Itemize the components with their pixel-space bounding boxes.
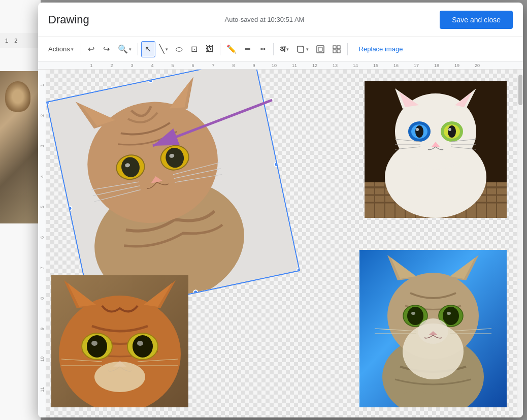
svg-point-33: [416, 128, 419, 131]
v-ruler-mark: 9: [38, 313, 46, 344]
v-ruler-mark: 1: [38, 70, 46, 100]
doc-tab-bar: 1 2: [0, 33, 41, 48]
white-cat-image[interactable]: [365, 81, 507, 218]
ruler-mark: 17: [406, 63, 426, 68]
toolbar-divider-3: [220, 43, 220, 55]
image-tool-icon: 🖼: [206, 45, 214, 53]
shape-tool-icon: ⬭: [176, 45, 183, 53]
svg-point-100: [411, 312, 415, 315]
v-ruler-mark: 11: [38, 374, 46, 405]
pen-tool-button[interactable]: ✏️: [223, 41, 240, 57]
undo-icon: [88, 45, 94, 53]
toolbar-divider-2: [138, 43, 138, 55]
drawing-canvas[interactable]: [46, 70, 517, 417]
ruler-mark: 8: [223, 63, 244, 68]
svg-point-103: [443, 307, 459, 325]
replace-image-button[interactable]: Replace image: [355, 41, 407, 57]
svg-point-99: [407, 307, 423, 325]
zoom-button[interactable]: 🔍: [115, 41, 135, 57]
svg-rect-0: [317, 46, 324, 53]
select-tool-button[interactable]: ↖: [141, 41, 155, 57]
svg-rect-2: [333, 46, 336, 49]
ruler-mark: 10: [264, 63, 284, 68]
line-style-icon: ━: [245, 45, 250, 53]
ruler-mark: 12: [305, 63, 325, 68]
v-ruler-mark: 10: [38, 344, 46, 374]
redo-icon: [103, 45, 110, 53]
ruler-mark: 18: [426, 63, 447, 68]
svg-point-36: [448, 125, 456, 138]
toolbar-divider-4: [273, 43, 274, 55]
svg-point-86: [94, 362, 145, 392]
zoom-icon: 🔍: [118, 45, 128, 53]
ruler-mark: 4: [142, 63, 162, 68]
ruler-mark: 2: [102, 63, 122, 68]
frame-button[interactable]: [313, 41, 328, 57]
dash-style-button[interactable]: ┅: [256, 41, 270, 57]
v-ruler-mark: 12: [38, 405, 46, 417]
crop-button[interactable]: [293, 41, 312, 57]
ruler-mark: 6: [183, 63, 203, 68]
insert-button[interactable]: [329, 41, 344, 57]
word-art-button[interactable]: अ: [277, 41, 292, 57]
image-tool-button[interactable]: 🖼: [203, 41, 217, 57]
crop-icon: [296, 45, 305, 54]
shape-tool-button[interactable]: ⬭: [172, 41, 186, 57]
svg-rect-3: [337, 46, 340, 49]
autosave-status: Auto-saved at 10:30:51 AM: [225, 16, 305, 23]
v-ruler-mark: 6: [38, 222, 46, 252]
line-tool-icon: ╲: [159, 45, 164, 53]
toolbar: Actions 🔍 ↖ ╲ ⬭ ⊡: [38, 37, 523, 61]
pen-icon: ✏️: [226, 45, 237, 53]
select-icon: ↖: [145, 45, 151, 53]
tab-2[interactable]: 2: [14, 38, 17, 44]
save-close-button[interactable]: Save and close: [440, 11, 513, 29]
svg-point-82: [133, 335, 153, 358]
orange-cat-image[interactable]: [51, 275, 188, 407]
svg-point-37: [448, 128, 451, 131]
blue-bg-cat-image[interactable]: [359, 250, 507, 407]
ruler-mark: 15: [366, 63, 386, 68]
textbox-icon: ⊡: [191, 45, 197, 53]
svg-point-104: [447, 312, 451, 315]
horizontal-ruler: 1 2 3 4 5 6 7 8 9 10 11 12 13 14 15 16 1…: [38, 61, 523, 70]
svg-rect-1: [318, 47, 322, 51]
undo-button[interactable]: [84, 41, 98, 57]
v-ruler-mark: 4: [38, 161, 46, 191]
dialog-header: Drawing Auto-saved at 10:30:51 AM Save a…: [38, 3, 523, 37]
v-ruler-mark: 5: [38, 191, 46, 222]
ruler-marks-container: 1 2 3 4 5 6 7 8 9 10 11 12 13 14 15 16 1…: [38, 63, 523, 68]
tab-1[interactable]: 1: [5, 38, 8, 44]
orange-cat-svg: [51, 275, 188, 407]
line-tool-button[interactable]: ╲: [156, 41, 171, 57]
svg-point-79: [91, 341, 97, 346]
ruler-mark: 3: [122, 63, 142, 68]
textbox-tool-button[interactable]: ⊡: [187, 41, 202, 57]
ruler-mark: 20: [467, 63, 487, 68]
ruler-mark: 11: [284, 63, 305, 68]
line-style-button[interactable]: ━: [241, 41, 255, 57]
drawing-dialog: Drawing Auto-saved at 10:30:51 AM Save a…: [38, 3, 523, 417]
side-cat-image: [0, 71, 41, 223]
svg-point-78: [87, 335, 107, 358]
vertical-scrollbar[interactable]: [517, 70, 523, 417]
svg-point-83: [137, 341, 143, 346]
canvas-area[interactable]: 1 2 3 4 5 6 7 8 9 10 11 12 13 14 15: [38, 70, 523, 417]
v-ruler-mark: 8: [38, 283, 46, 313]
scrollbar-thumb[interactable]: [518, 75, 522, 105]
svg-rect-5: [337, 50, 340, 53]
ruler-mark: 13: [325, 63, 345, 68]
redo-button[interactable]: [100, 41, 114, 57]
white-cat-svg: [365, 81, 507, 218]
toolbar-divider-5: [347, 43, 348, 55]
ruler-mark: 16: [386, 63, 406, 68]
ruler-mark: 5: [162, 63, 183, 68]
svg-point-32: [415, 125, 423, 138]
ruler-mark: 9: [244, 63, 264, 68]
vertical-ruler: 1 2 3 4 5 6 7 8 9 10 11 12 13 14 15: [38, 70, 46, 417]
ruler-mark: 1: [81, 63, 102, 68]
dialog-title: Drawing: [48, 13, 89, 26]
actions-menu-button[interactable]: Actions: [44, 41, 78, 57]
v-ruler-mark: 2: [38, 100, 46, 131]
ruler-mark: 19: [447, 63, 467, 68]
